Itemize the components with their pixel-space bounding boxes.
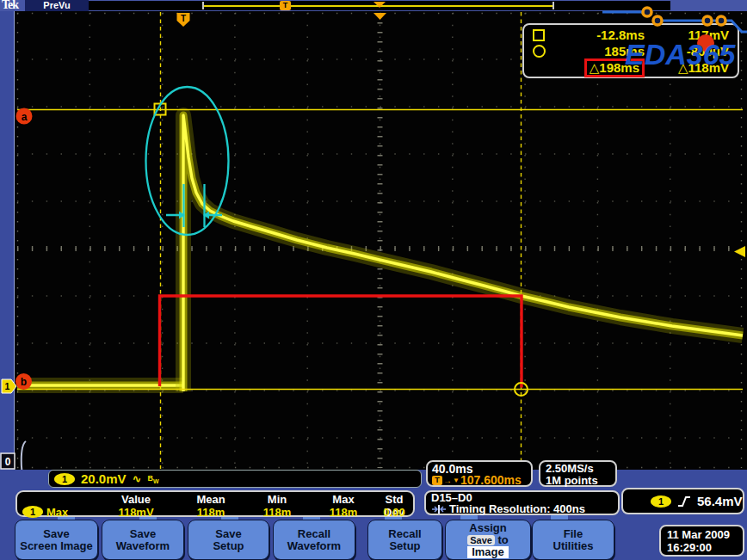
circle-cursor-value: -800μV	[645, 44, 738, 58]
date-value: 11 Mar 2009	[667, 528, 743, 541]
save-screen-image-button[interactable]: SaveScreen Image	[15, 520, 98, 560]
timing-resolution-label: Timing Resolution: 400ns	[449, 503, 585, 514]
save-waveform-button[interactable]: SaveWaveform	[102, 520, 184, 560]
measurement-table: Value Mean Min Max Std Dev 1 Max 118mV 1…	[15, 490, 415, 517]
measurement-source-badge: 1	[22, 506, 43, 518]
timing-resolution-icon	[431, 505, 447, 514]
channel1-scale-readout[interactable]: 1 20.0mV ∿ BW	[48, 470, 422, 488]
col-header-mean: Mean	[177, 493, 244, 506]
square-cursor-time: -12.8ms	[553, 28, 645, 42]
measurement-name: Max	[46, 506, 68, 519]
circle-cursor-icon	[533, 45, 546, 58]
delta-value: △118mV	[645, 60, 738, 76]
delta-time-highlight: △198ms	[584, 58, 645, 77]
record-length: 1M points	[546, 475, 615, 487]
sample-rate: 2.50MS/s	[546, 463, 615, 475]
col-header-max: Max	[310, 493, 377, 506]
trigger-t-icon: T	[432, 476, 442, 485]
channel1-scale: 20.0mV	[81, 471, 127, 486]
col-header-stddev: Std Dev	[377, 493, 411, 506]
save-setup-button[interactable]: SaveSetup	[188, 520, 269, 560]
horizontal-delay: T → ▼ 107.600ms	[432, 475, 531, 486]
save-key-icon: Save	[467, 535, 495, 545]
square-cursor-value: 117mV	[645, 28, 738, 42]
file-utilities-button[interactable]: FileUtilities	[532, 520, 614, 560]
horizontal-readout: 40.0ms T → ▼ 107.600ms	[426, 460, 533, 487]
delay-value: 107.600ms	[460, 475, 522, 486]
digital-channels-readout: D15–D0 Timing Resolution: 400ns	[424, 490, 620, 515]
measurement-stddev: 0.00	[377, 506, 411, 518]
left-bezel	[0, 11, 15, 470]
arrow-icon: →	[443, 475, 452, 486]
cursor-row-square: -12.8ms 117mV	[524, 27, 738, 43]
measurement-row-label: 1 Max	[19, 506, 95, 518]
oscilloscope-screen: Tek PreVu T	[0, 0, 747, 560]
record-window-right-bracket	[553, 2, 554, 9]
datetime-display: 11 Mar 2009 16:29:00	[659, 525, 744, 557]
bandwidth-limit-icon: BW	[147, 474, 158, 484]
annotation-a-label: a	[22, 111, 28, 123]
cursor-row-delta: △198ms △118mV	[524, 59, 738, 76]
square-cursor-icon	[533, 29, 545, 41]
coupling-icon: ∿	[133, 472, 142, 485]
digital-d0-label: 0	[5, 456, 11, 468]
time-value: 16:29:00	[667, 541, 743, 554]
trigger-readout: 1 56.4mV	[621, 488, 744, 514]
acquisition-mode-label: PreVu	[25, 0, 89, 11]
channel1-tag-label: 1	[5, 381, 10, 391]
annotation-b-label: b	[21, 376, 27, 388]
top-status-bar: Tek PreVu T	[0, 0, 747, 11]
assign-save-button[interactable]: Assign Save to Image	[445, 520, 531, 560]
channel1-badge: 1	[54, 473, 75, 485]
measurement-min: 118m	[244, 506, 310, 518]
measurement-max: 118m	[310, 506, 377, 518]
rising-edge-icon	[677, 495, 691, 508]
trigger-position-icon[interactable]: T	[280, 1, 291, 10]
assign-target: Image	[467, 546, 509, 558]
col-header-min: Min	[244, 493, 310, 506]
measurement-mean: 118m	[177, 506, 244, 518]
down-marker-icon: ▼	[453, 475, 460, 486]
brand-logo: Tek	[2, 0, 18, 12]
record-view-bar[interactable]: T	[89, 1, 670, 10]
expansion-point-icon	[374, 2, 386, 8]
cursor-readout-box: -12.8ms 117mV 185ms -800μV △198ms △118mV	[522, 23, 739, 78]
trigger-flag-label: T	[181, 14, 186, 23]
trigger-level-value: 56.4mV	[697, 494, 743, 508]
waveform-display: T 1 a b 0	[0, 11, 747, 470]
cursor-row-circle: 185ms -800μV	[524, 43, 738, 59]
col-header-value: Value	[95, 493, 177, 506]
trigger-source-badge: 1	[651, 495, 671, 508]
recall-setup-button[interactable]: RecallSetup	[367, 520, 442, 560]
circle-cursor-time: 185ms	[553, 44, 645, 58]
recall-waveform-button[interactable]: RecallWaveform	[273, 520, 355, 560]
acquisition-readout: 2.50MS/s 1M points	[539, 460, 617, 487]
measurement-value: 118mV	[95, 506, 177, 518]
